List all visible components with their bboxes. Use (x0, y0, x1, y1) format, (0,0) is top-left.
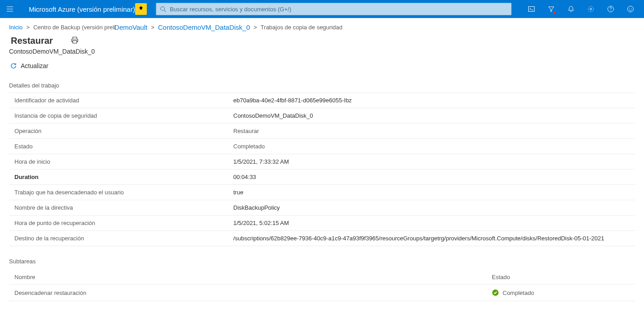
svg-point-0 (161, 7, 165, 11)
detail-label: Hora de punto de recuperación (9, 218, 230, 228)
refresh-label: Actualizar (21, 62, 48, 69)
menu-button[interactable] (0, 0, 20, 18)
search-box[interactable] (156, 3, 512, 15)
svg-point-4 (610, 10, 611, 11)
detail-value: 1/5/2021, 5:02:15 AM (230, 218, 635, 228)
top-bar: Microsoft Azure (versión preliminar) (0, 0, 644, 18)
subtask-status: Completado (486, 289, 635, 296)
title-block: Restaurar (0, 33, 644, 47)
detail-label: Estado (9, 141, 230, 152)
detail-row: Identificador de actividadeb70a9ba-40e2-… (9, 93, 635, 108)
detail-row: Instancia de copia de seguridadContosoDe… (9, 108, 635, 124)
breadcrumb-vault[interactable]: DemoVault (114, 23, 147, 31)
detail-value: 1/5/2021, 7:33:32 AM (230, 156, 635, 167)
job-details-section: Detalles del trabajo Identificador de ac… (0, 76, 644, 246)
subtask-row: Desencadenar restauraciónCompletado (9, 285, 635, 301)
detail-value: /subscriptions/62b829ee-7936-40c9-a1c9-4… (230, 233, 635, 243)
detail-value: Restaurar (230, 126, 635, 136)
svg-point-5 (628, 6, 634, 12)
cloud-shell-icon (528, 5, 535, 13)
chevron-right-icon: > (150, 24, 155, 31)
subtask-name: Desencadenar restauración (9, 289, 486, 296)
detail-label: Operación (9, 126, 230, 136)
brand-label: Microsoft Azure (versión preliminar) (20, 3, 153, 15)
detail-label: Destino de la recuperación (9, 233, 230, 243)
top-icons (522, 0, 640, 18)
svg-rect-1 (529, 7, 535, 12)
print-icon (71, 36, 79, 44)
detail-row: Nombre de la directivaDiskBackupPolicy (9, 200, 635, 216)
detail-value: eb70a9ba-40e2-4fbf-8871-d065e99e6055-Ibz (230, 95, 635, 106)
subtasks-header: Nombre Estado (9, 268, 635, 285)
subtasks-rows: Desencadenar restauraciónCompletado (9, 285, 635, 301)
detail-label: Instancia de copia de seguridad (9, 110, 230, 121)
detail-label: Identificador de actividad (9, 95, 230, 106)
job-details-title: Detalles del trabajo (9, 82, 635, 92)
breadcrumb-vault-combo: Centro de Backup (versión preli DemoVaul… (33, 23, 147, 31)
detail-label: Duration (9, 172, 230, 182)
brand-text: Microsoft Azure (versión preliminar) (29, 5, 135, 13)
detail-value: ContosoDemoVM_DataDisk_0 (230, 110, 635, 121)
svg-point-2 (590, 8, 592, 10)
search-icon (160, 6, 166, 12)
gear-icon (587, 5, 594, 13)
detail-row: Hora de punto de recuperación1/5/2021, 5… (9, 216, 635, 231)
breadcrumb: Inicio > Centro de Backup (versión preli… (0, 18, 644, 33)
filter-badge-icon (553, 11, 556, 14)
success-icon (492, 289, 499, 296)
detail-value: true (230, 187, 635, 198)
hamburger-icon (6, 5, 14, 13)
notifications-button[interactable] (561, 0, 581, 18)
page-title: Restaurar (9, 35, 53, 47)
svg-point-7 (631, 8, 632, 9)
chevron-right-icon: > (253, 24, 258, 31)
refresh-icon (10, 62, 17, 69)
job-details-table: Identificador de actividadeb70a9ba-40e2-… (9, 92, 635, 246)
detail-value: DiskBackupPolicy (230, 202, 635, 213)
subtasks-title: Subtareas (9, 258, 635, 268)
preview-badge-icon (135, 3, 147, 15)
directory-filter-button[interactable] (541, 0, 561, 18)
detail-row: Trabajo que ha desencadenado el usuariot… (9, 185, 635, 200)
detail-label: Nombre de la directiva (9, 202, 230, 213)
detail-row: Hora de inicio1/5/2021, 7:33:32 AM (9, 154, 635, 170)
help-icon (607, 5, 614, 13)
search-wrap (153, 3, 514, 15)
subtasks-section: Subtareas Nombre Estado Desencadenar res… (0, 246, 644, 301)
breadcrumb-item[interactable]: ContosoDemoVM_DataDisk_0 (158, 23, 250, 31)
print-button[interactable] (71, 36, 79, 46)
cloud-shell-button[interactable] (522, 0, 541, 18)
svg-point-6 (629, 8, 630, 9)
breadcrumb-backup-center[interactable]: Centro de Backup (versión preli (33, 24, 115, 31)
subtasks-col-status: Estado (486, 274, 635, 280)
refresh-button[interactable]: Actualizar (10, 62, 48, 69)
help-button[interactable] (601, 0, 621, 18)
detail-row: Duration00:04:33 (9, 170, 635, 185)
feedback-icon (627, 5, 634, 13)
chevron-right-icon: > (25, 24, 31, 31)
detail-value: 00:04:33 (230, 172, 635, 182)
detail-value: Completado (230, 141, 635, 152)
search-input[interactable] (166, 6, 508, 13)
page-subtitle: ContosoDemoVM_DataDisk_0 (0, 47, 644, 59)
detail-row: EstadoCompletado (9, 139, 635, 154)
feedback-button[interactable] (621, 0, 640, 18)
bell-icon (567, 5, 575, 13)
detail-row: Destino de la recuperación/subscriptions… (9, 231, 635, 246)
subtask-status-text: Completado (503, 289, 534, 296)
subtasks-col-name: Nombre (9, 274, 486, 280)
detail-label: Trabajo que ha desencadenado el usuario (9, 187, 230, 198)
detail-label: Hora de inicio (9, 156, 230, 167)
breadcrumb-current: Trabajos de copia de seguridad (261, 24, 343, 31)
command-bar: Actualizar (0, 59, 644, 76)
settings-button[interactable] (581, 0, 601, 18)
detail-row: OperaciónRestaurar (9, 124, 635, 139)
breadcrumb-home[interactable]: Inicio (9, 24, 23, 31)
